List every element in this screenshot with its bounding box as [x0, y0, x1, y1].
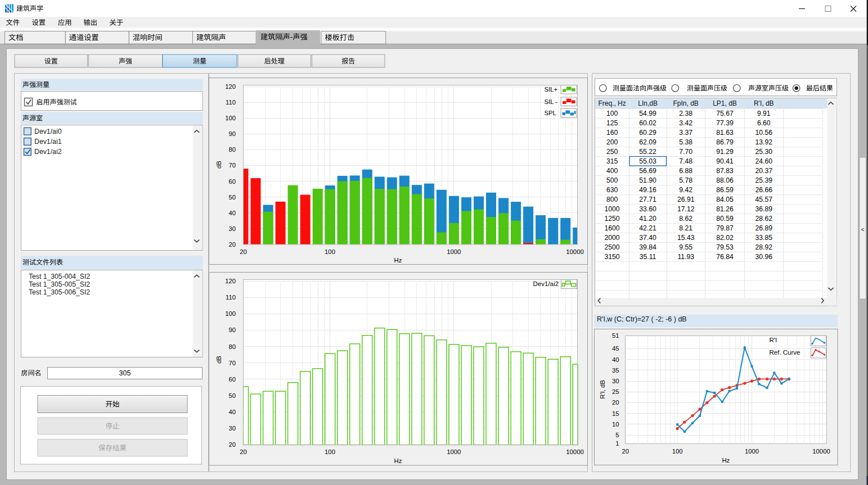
svg-text:Dev1/ai0: Dev1/ai0	[34, 128, 62, 135]
svg-text:Hz: Hz	[394, 257, 402, 264]
svg-text:10: 10	[612, 421, 619, 428]
svg-text:79.87: 79.87	[716, 224, 734, 232]
svg-text:FpIn, dB: FpIn, dB	[673, 99, 699, 107]
svg-text:10000: 10000	[566, 248, 583, 255]
svg-text:24.60: 24.60	[755, 157, 773, 165]
svg-text:45.57: 45.57	[755, 196, 773, 203]
svg-text:630: 630	[606, 186, 618, 194]
svg-text:200: 200	[606, 138, 618, 146]
svg-text:40: 40	[612, 356, 619, 363]
svg-text:800: 800	[606, 196, 618, 203]
svg-text:100: 100	[225, 310, 236, 317]
svg-text:20: 20	[612, 399, 619, 406]
svg-text:R'I, dB: R'I, dB	[754, 99, 774, 107]
svg-text:60: 60	[228, 178, 236, 185]
svg-text:Test 1_305-004_SI2: Test 1_305-004_SI2	[29, 273, 90, 280]
svg-text:400: 400	[606, 167, 618, 175]
svg-text:Test 1_305-006_SI2: Test 1_305-006_SI2	[29, 288, 90, 296]
svg-text:50: 50	[228, 392, 236, 399]
svg-text:20: 20	[240, 448, 247, 455]
svg-text:30: 30	[612, 378, 619, 384]
svg-text:55.03: 55.03	[639, 157, 656, 165]
svg-text:60.02: 60.02	[639, 119, 656, 127]
svg-text:90: 90	[228, 327, 236, 333]
svg-text:15.43: 15.43	[677, 234, 695, 242]
svg-text:86.59: 86.59	[716, 186, 734, 194]
svg-text:125: 125	[606, 119, 618, 127]
svg-text:R'I,w (C; Ctr)=27 ( -2; -6 ) d: R'I,w (C; Ctr)=27 ( -2; -6 ) dB	[597, 315, 687, 323]
svg-text:25: 25	[612, 388, 619, 395]
svg-text:20: 20	[240, 248, 247, 255]
svg-text:SIL -: SIL -	[545, 98, 558, 105]
svg-text:<: <	[861, 226, 865, 233]
svg-text:SIL+: SIL+	[545, 86, 558, 93]
svg-text:81.63: 81.63	[716, 129, 734, 137]
svg-text:80: 80	[228, 146, 236, 153]
svg-text:1000: 1000	[447, 448, 461, 455]
svg-text:11.93: 11.93	[677, 253, 694, 261]
svg-text:9.55: 9.55	[679, 243, 692, 251]
svg-text:100: 100	[225, 115, 236, 121]
svg-text:Freq., Hz: Freq., Hz	[598, 99, 626, 107]
svg-text:dB: dB	[215, 356, 222, 364]
svg-text:79.53: 79.53	[716, 243, 734, 251]
svg-text:Dev1/ai2: Dev1/ai2	[34, 148, 62, 156]
svg-text:9.42: 9.42	[679, 186, 692, 194]
svg-text:28.92: 28.92	[755, 243, 773, 251]
svg-text:91.29: 91.29	[716, 148, 734, 156]
svg-text:10.56: 10.56	[755, 129, 773, 137]
svg-text:SPL: SPL	[545, 110, 556, 116]
svg-text:Dev1/ai1: Dev1/ai1	[34, 138, 62, 146]
svg-text:1600: 1600	[605, 224, 620, 232]
svg-text:100: 100	[325, 448, 335, 455]
svg-text:51: 51	[612, 332, 619, 339]
svg-text:LIn,dB: LIn,dB	[638, 99, 658, 107]
svg-text:39.84: 39.84	[639, 243, 656, 251]
svg-text:8.62: 8.62	[679, 215, 692, 223]
svg-text:81.26: 81.26	[716, 205, 734, 213]
svg-text:2500: 2500	[605, 243, 620, 251]
svg-text:Hz: Hz	[394, 457, 402, 464]
svg-text:6.88: 6.88	[679, 167, 692, 175]
svg-text:2000: 2000	[605, 234, 620, 242]
svg-text:30: 30	[228, 225, 236, 232]
svg-text:1000: 1000	[447, 248, 461, 255]
svg-text:1000: 1000	[745, 448, 759, 455]
svg-text:26.91: 26.91	[677, 196, 695, 203]
svg-text:26.66: 26.66	[755, 186, 773, 194]
svg-text:R'I, dB: R'I, dB	[599, 380, 606, 399]
svg-text:20.37: 20.37	[755, 167, 773, 175]
svg-text:1250: 1250	[605, 215, 620, 223]
svg-text:41.20: 41.20	[639, 215, 656, 223]
svg-text:77.39: 77.39	[716, 119, 734, 127]
svg-text:10000: 10000	[812, 448, 830, 455]
svg-text:8.21: 8.21	[679, 224, 692, 232]
svg-text:1: 1	[615, 440, 619, 447]
svg-text:2.38: 2.38	[679, 110, 692, 117]
svg-text:60.29: 60.29	[639, 129, 656, 137]
svg-text:37.40: 37.40	[639, 234, 656, 242]
svg-text:13.92: 13.92	[755, 138, 773, 146]
svg-text:120: 120	[225, 83, 236, 90]
svg-text:250: 250	[606, 148, 618, 156]
svg-text:5: 5	[615, 432, 619, 438]
svg-text:315: 315	[606, 157, 618, 165]
svg-text:9.91: 9.91	[757, 110, 771, 117]
svg-text:20: 20	[228, 241, 236, 248]
svg-text:Dev1/ai2: Dev1/ai2	[533, 280, 559, 287]
svg-text:28.62: 28.62	[755, 215, 773, 223]
svg-text:30: 30	[228, 425, 236, 432]
svg-text:R'I: R'I	[770, 337, 777, 343]
svg-text:15: 15	[612, 410, 619, 417]
svg-text:60: 60	[228, 376, 236, 383]
svg-text:100: 100	[606, 110, 618, 117]
svg-text:86.79: 86.79	[716, 138, 734, 146]
svg-text:80: 80	[228, 343, 236, 350]
svg-text:50: 50	[228, 194, 236, 201]
svg-text:42.21: 42.21	[639, 224, 656, 232]
svg-text:110: 110	[226, 99, 236, 106]
svg-text:55.22: 55.22	[639, 148, 656, 156]
svg-text:500: 500	[606, 176, 618, 184]
svg-text:110: 110	[226, 294, 236, 301]
svg-text:40: 40	[228, 409, 236, 415]
